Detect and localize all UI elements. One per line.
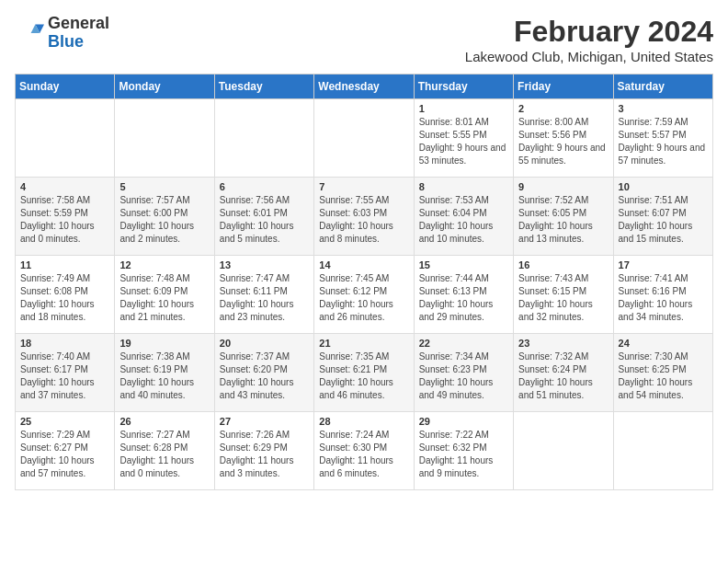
day-detail: Sunrise: 7:52 AMSunset: 6:05 PMDaylight:… bbox=[518, 194, 608, 246]
daylight-text: Daylight: 11 hours and 6 minutes. bbox=[319, 454, 408, 480]
day-cell: 8Sunrise: 7:53 AMSunset: 6:04 PMDaylight… bbox=[414, 178, 513, 256]
sunrise-text: Sunrise: 7:24 AM bbox=[319, 429, 408, 442]
day-number: 22 bbox=[419, 338, 508, 349]
day-detail: Sunrise: 7:48 AMSunset: 6:09 PMDaylight:… bbox=[119, 272, 209, 324]
day-cell: 2Sunrise: 8:00 AMSunset: 5:56 PMDaylight… bbox=[514, 99, 613, 178]
week-row: 11Sunrise: 7:49 AMSunset: 6:08 PMDayligh… bbox=[16, 256, 713, 334]
daylight-text: Daylight: 10 hours and 23 minutes. bbox=[220, 298, 309, 324]
day-cell: 29Sunrise: 7:22 AMSunset: 6:32 PMDayligh… bbox=[414, 412, 513, 490]
day-number: 12 bbox=[119, 259, 209, 270]
day-cell: 4Sunrise: 7:58 AMSunset: 5:59 PMDaylight… bbox=[16, 178, 115, 256]
logo-general: General bbox=[48, 15, 109, 33]
sunrise-text: Sunrise: 7:59 AM bbox=[619, 116, 708, 129]
day-cell: 20Sunrise: 7:37 AMSunset: 6:20 PMDayligh… bbox=[214, 334, 313, 412]
sunrise-text: Sunrise: 7:52 AM bbox=[518, 194, 608, 207]
day-detail: Sunrise: 7:55 AMSunset: 6:03 PMDaylight:… bbox=[319, 194, 408, 246]
day-detail: Sunrise: 7:49 AMSunset: 6:08 PMDaylight:… bbox=[20, 272, 109, 324]
day-number: 27 bbox=[220, 416, 309, 427]
day-number: 23 bbox=[518, 338, 608, 349]
page-title: February 2024 bbox=[465, 15, 713, 49]
sunrise-text: Sunrise: 7:27 AM bbox=[119, 429, 209, 442]
daylight-text: Daylight: 10 hours and 15 minutes. bbox=[619, 220, 708, 246]
sunset-text: Sunset: 6:01 PM bbox=[220, 207, 309, 220]
sunrise-text: Sunrise: 7:43 AM bbox=[518, 272, 608, 285]
day-cell: 11Sunrise: 7:49 AMSunset: 6:08 PMDayligh… bbox=[16, 256, 115, 334]
day-number: 19 bbox=[119, 338, 209, 349]
day-detail: Sunrise: 7:47 AMSunset: 6:11 PMDaylight:… bbox=[220, 272, 309, 324]
sunset-text: Sunset: 6:03 PM bbox=[319, 207, 408, 220]
day-number: 29 bbox=[419, 416, 508, 427]
sunset-text: Sunset: 6:08 PM bbox=[20, 285, 109, 298]
daylight-text: Daylight: 10 hours and 8 minutes. bbox=[319, 220, 408, 246]
day-detail: Sunrise: 7:24 AMSunset: 6:30 PMDaylight:… bbox=[319, 429, 408, 480]
daylight-text: Daylight: 10 hours and 32 minutes. bbox=[518, 298, 608, 324]
day-cell: 6Sunrise: 7:56 AMSunset: 6:01 PMDaylight… bbox=[214, 178, 313, 256]
sunset-text: Sunset: 6:28 PM bbox=[119, 442, 209, 454]
day-cell: 21Sunrise: 7:35 AMSunset: 6:21 PMDayligh… bbox=[314, 334, 414, 412]
page-header: General Blue February 2024 Lakewood Club… bbox=[15, 15, 713, 64]
sunset-text: Sunset: 6:15 PM bbox=[518, 285, 608, 298]
day-number: 17 bbox=[619, 259, 708, 270]
sunset-text: Sunset: 6:19 PM bbox=[119, 363, 209, 376]
sunset-text: Sunset: 5:57 PM bbox=[619, 129, 708, 142]
sunset-text: Sunset: 6:00 PM bbox=[119, 207, 209, 220]
daylight-text: Daylight: 10 hours and 51 minutes. bbox=[518, 376, 608, 402]
day-number: 4 bbox=[20, 181, 109, 192]
day-cell: 17Sunrise: 7:41 AMSunset: 6:16 PMDayligh… bbox=[613, 256, 712, 334]
sunrise-text: Sunrise: 8:00 AM bbox=[518, 116, 608, 129]
sunrise-text: Sunrise: 7:26 AM bbox=[220, 429, 309, 442]
sunrise-text: Sunrise: 7:34 AM bbox=[419, 350, 508, 363]
day-cell: 9Sunrise: 7:52 AMSunset: 6:05 PMDaylight… bbox=[514, 178, 613, 256]
daylight-text: Daylight: 10 hours and 29 minutes. bbox=[419, 298, 508, 324]
sunrise-text: Sunrise: 7:47 AM bbox=[220, 272, 309, 285]
title-block: February 2024 Lakewood Club, Michigan, U… bbox=[465, 15, 713, 64]
sunset-text: Sunset: 6:29 PM bbox=[220, 442, 309, 454]
day-cell bbox=[115, 99, 214, 178]
sunrise-text: Sunrise: 7:48 AM bbox=[119, 272, 209, 285]
day-number: 26 bbox=[119, 416, 209, 427]
day-cell: 14Sunrise: 7:45 AMSunset: 6:12 PMDayligh… bbox=[314, 256, 414, 334]
day-number: 18 bbox=[20, 338, 109, 349]
sunset-text: Sunset: 6:05 PM bbox=[518, 207, 608, 220]
daylight-text: Daylight: 10 hours and 2 minutes. bbox=[119, 220, 209, 246]
calendar-body: 1Sunrise: 8:01 AMSunset: 5:55 PMDaylight… bbox=[16, 99, 713, 490]
day-number: 20 bbox=[220, 338, 309, 349]
sunset-text: Sunset: 6:16 PM bbox=[619, 285, 708, 298]
sunset-text: Sunset: 6:32 PM bbox=[419, 442, 508, 454]
day-detail: Sunrise: 7:51 AMSunset: 6:07 PMDaylight:… bbox=[619, 194, 708, 246]
sunrise-text: Sunrise: 7:51 AM bbox=[619, 194, 708, 207]
day-cell bbox=[214, 99, 313, 178]
header-cell-monday: Monday bbox=[115, 75, 214, 99]
day-detail: Sunrise: 7:22 AMSunset: 6:32 PMDaylight:… bbox=[419, 429, 508, 480]
day-number: 16 bbox=[518, 259, 608, 270]
sunrise-text: Sunrise: 7:38 AM bbox=[119, 350, 209, 363]
day-detail: Sunrise: 8:00 AMSunset: 5:56 PMDaylight:… bbox=[518, 116, 608, 167]
sunrise-text: Sunrise: 8:01 AM bbox=[419, 116, 508, 129]
sunset-text: Sunset: 6:11 PM bbox=[220, 285, 309, 298]
daylight-text: Daylight: 10 hours and 13 minutes. bbox=[518, 220, 608, 246]
sunrise-text: Sunrise: 7:35 AM bbox=[319, 350, 408, 363]
day-cell: 19Sunrise: 7:38 AMSunset: 6:19 PMDayligh… bbox=[115, 334, 214, 412]
daylight-text: Daylight: 10 hours and 0 minutes. bbox=[20, 220, 109, 246]
day-cell: 15Sunrise: 7:44 AMSunset: 6:13 PMDayligh… bbox=[414, 256, 513, 334]
day-detail: Sunrise: 7:53 AMSunset: 6:04 PMDaylight:… bbox=[419, 194, 508, 246]
day-number: 2 bbox=[518, 103, 608, 114]
day-detail: Sunrise: 7:34 AMSunset: 6:23 PMDaylight:… bbox=[419, 350, 508, 402]
week-row: 1Sunrise: 8:01 AMSunset: 5:55 PMDaylight… bbox=[16, 99, 713, 178]
day-number: 6 bbox=[220, 181, 309, 192]
sunrise-text: Sunrise: 7:22 AM bbox=[419, 429, 508, 442]
daylight-text: Daylight: 10 hours and 21 minutes. bbox=[119, 298, 209, 324]
day-cell: 22Sunrise: 7:34 AMSunset: 6:23 PMDayligh… bbox=[414, 334, 513, 412]
daylight-text: Daylight: 10 hours and 57 minutes. bbox=[20, 454, 109, 480]
sunrise-text: Sunrise: 7:30 AM bbox=[619, 350, 708, 363]
day-cell: 24Sunrise: 7:30 AMSunset: 6:25 PMDayligh… bbox=[613, 334, 712, 412]
day-detail: Sunrise: 7:38 AMSunset: 6:19 PMDaylight:… bbox=[119, 350, 209, 402]
day-number: 21 bbox=[319, 338, 408, 349]
daylight-text: Daylight: 10 hours and 46 minutes. bbox=[319, 376, 408, 402]
day-cell: 12Sunrise: 7:48 AMSunset: 6:09 PMDayligh… bbox=[115, 256, 214, 334]
sunset-text: Sunset: 6:07 PM bbox=[619, 207, 708, 220]
day-detail: Sunrise: 7:26 AMSunset: 6:29 PMDaylight:… bbox=[220, 429, 309, 480]
day-number: 5 bbox=[119, 181, 209, 192]
day-detail: Sunrise: 7:56 AMSunset: 6:01 PMDaylight:… bbox=[220, 194, 309, 246]
sunset-text: Sunset: 5:59 PM bbox=[20, 207, 109, 220]
